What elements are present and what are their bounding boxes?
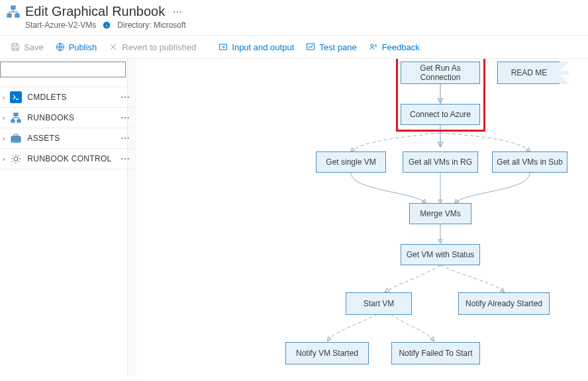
chevron-right-icon: › [3, 155, 5, 163]
library-sidebar: › CMDLETS ⋯ › RUNBOOKS ⋯ › AS [0, 59, 136, 376]
info-icon: i [103, 21, 111, 29]
test-pane-button[interactable]: Test pane [301, 40, 362, 55]
item-more-icon[interactable]: ⋯ [121, 133, 130, 144]
svg-rect-13 [14, 134, 18, 136]
item-more-icon[interactable]: ⋯ [121, 92, 130, 103]
input-output-icon [219, 42, 228, 52]
test-pane-icon [306, 42, 315, 52]
sidebar-item-runbooks[interactable]: › RUNBOOKS ⋯ [0, 108, 135, 128]
node-notify-started[interactable]: Notify VM Started [285, 342, 369, 364]
svg-rect-0 [11, 6, 15, 9]
runbook-icon [7, 5, 20, 19]
library-search-input[interactable] [0, 62, 126, 77]
assets-icon [10, 132, 22, 144]
node-get-vm-status[interactable]: Get VM with Status [401, 244, 480, 265]
chevron-right-icon: › [3, 94, 5, 101]
svg-rect-11 [17, 120, 21, 122]
save-button[interactable]: Save [5, 40, 49, 55]
workflow-edges [136, 59, 588, 376]
publish-icon [56, 42, 65, 52]
node-get-all-sub[interactable]: Get all VMs in Sub [492, 151, 567, 173]
node-start-vm[interactable]: Start VM [346, 292, 412, 315]
save-icon [11, 42, 20, 52]
node-connect-azure[interactable]: Connect to Azure [401, 104, 480, 125]
svg-point-14 [14, 157, 18, 161]
more-actions[interactable]: ⋯ [170, 7, 185, 17]
node-merge-vms[interactable]: Merge VMs [409, 203, 471, 224]
sidebar-item-assets[interactable]: › ASSETS ⋯ [0, 128, 135, 149]
input-output-button[interactable]: Input and output [213, 40, 299, 55]
runbooks-icon [10, 112, 22, 124]
sidebar-item-label: RUNBOOKS [27, 113, 74, 122]
node-get-all-rg[interactable]: Get all VMs in RG [403, 151, 478, 173]
svg-rect-9 [14, 113, 18, 116]
sidebar-item-label: ASSETS [27, 134, 60, 143]
directory-label: Directory: Microsoft [117, 21, 185, 30]
svg-rect-2 [15, 14, 19, 17]
revert-button[interactable]: Revert to published [103, 40, 201, 55]
node-readme[interactable]: READ ME [497, 62, 569, 84]
node-notify-already[interactable]: Notify Already Started [458, 292, 550, 315]
item-more-icon[interactable]: ⋯ [121, 153, 130, 164]
node-get-run-as[interactable]: Get Run As Connection [401, 62, 480, 84]
sidebar-item-label: RUNBOOK CONTROL [27, 154, 111, 163]
svg-rect-10 [11, 120, 15, 122]
feedback-icon [369, 42, 378, 52]
svg-rect-1 [7, 14, 11, 17]
toolbar: Save Publish Revert to published Input a… [0, 35, 588, 59]
chevron-right-icon: › [3, 135, 5, 142]
item-more-icon[interactable]: ⋯ [121, 112, 130, 123]
cmdlets-icon [10, 91, 22, 103]
svg-point-8 [370, 44, 373, 47]
feedback-button[interactable]: Feedback [364, 40, 425, 55]
sidebar-item-label: CMDLETS [27, 93, 66, 102]
gear-icon [10, 153, 22, 165]
sidebar-item-cmdlets[interactable]: › CMDLETS ⋯ [0, 87, 135, 108]
node-notify-failed[interactable]: Notify Failed To Start [391, 342, 480, 364]
chevron-right-icon: › [3, 114, 5, 122]
workflow-canvas[interactable]: Get Run As Connection Connect to Azure R… [136, 59, 588, 376]
publish-button[interactable]: Publish [50, 40, 103, 55]
runbook-name-link[interactable]: Start-Azure-V2-VMs [25, 21, 96, 30]
revert-icon [109, 42, 118, 52]
page-title: Edit Graphical Runbook [25, 4, 165, 19]
node-get-single-vm[interactable]: Get single VM [316, 151, 386, 173]
sidebar-item-runbook-control[interactable]: › RUNBOOK CONTROL ⋯ [0, 149, 135, 169]
